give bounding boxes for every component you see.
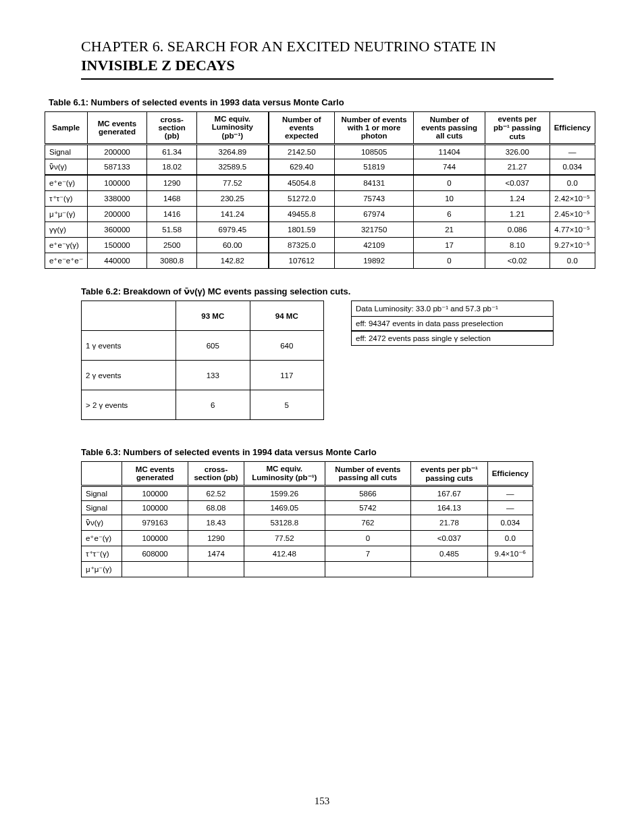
table-cell: 762 [325,515,411,531]
table-cell: 9.4×10⁻⁶ [487,546,533,562]
table-row: > 2 γ events65 [82,390,324,420]
table-cell [122,562,188,577]
table-row: Signal10000068.081469.055742164.13— [82,501,533,515]
table-cell: 0.034 [549,159,595,176]
table-cell: 608000 [122,546,188,562]
table-cell: 640 [250,331,324,361]
table-cell: 5742 [325,501,411,515]
table-6-1-title: Table 6.1: Numbers of selected events in… [49,97,595,107]
table-cell: 7 [325,546,411,562]
table-6-2-note: Data Luminosity: 33.0 pb⁻¹ and 57.3 pb⁻¹… [351,301,554,346]
table-cell: 53128.8 [244,515,325,531]
table-cell: 60.00 [197,238,269,253]
table-cell: 75743 [334,191,413,207]
table-cell: 42109 [334,238,413,253]
col-head [82,462,122,486]
table-cell: 6 [414,207,485,222]
table-cell: 5866 [325,486,411,501]
table-cell: 326.00 [485,145,549,159]
col-head: cross-section (pb) [147,112,197,145]
col-head: Number of events with 1 or more photon [334,112,413,145]
table-cell [325,562,411,577]
col-head: events per pb⁻¹ passing cuts [485,112,549,145]
table-row: e⁺e⁻(γ)100000129077.520<0.0370.0 [82,531,533,546]
table-cell: τ⁺τ⁻(γ) [45,191,88,207]
table-cell: 77.52 [244,531,325,546]
table-cell: ν̄ν(γ) [82,515,122,531]
col-head: MC equiv. Luminosity (pb⁻¹) [197,112,269,145]
table-cell: 979163 [122,515,188,531]
page-title-line1: CHAPTER 6. SEARCH FOR AN EXCITED NEUTRIN… [81,38,595,55]
table-cell: 2 γ events [82,361,176,390]
table-cell: 32589.5 [197,159,269,176]
table-cell: 18.43 [188,515,244,531]
table-row: Signal20000061.343264.892142.50108505114… [45,145,595,159]
table-row: ν̄ν(γ)97916318.4353128.876221.780.034 [82,515,533,531]
table-cell: 1.21 [485,207,549,222]
table-cell: τ⁺τ⁻(γ) [82,546,122,562]
table-cell: <0.02 [485,253,549,269]
table-cell: 1.24 [485,191,549,207]
table-cell: 84131 [334,175,413,191]
table-cell: 19892 [334,253,413,269]
table-cell: 167.67 [411,486,487,501]
table-row: 2 γ events133117 [82,361,324,390]
table-row: 1 γ events605640 [82,331,324,361]
table-cell [411,562,487,577]
table-cell: 321750 [334,222,413,238]
table-cell: e⁺e⁻γ(γ) [45,238,88,253]
table-cell: 0 [325,531,411,546]
table-cell: γγ(γ) [45,222,88,238]
table-cell: 200000 [87,145,147,159]
table-cell: 100000 [122,486,188,501]
table-cell: 21.78 [411,515,487,531]
page-number: 153 [0,796,644,807]
table-cell: 141.24 [197,207,269,222]
table-cell: 0.034 [487,515,533,531]
table-cell: e⁺e⁻e⁺e⁻ [45,253,88,269]
table-cell: 45054.8 [269,175,335,191]
table-cell: 3264.89 [197,145,269,159]
table-cell: 61.34 [147,145,197,159]
table-cell: <0.037 [411,531,487,546]
table-cell: 1290 [147,175,197,191]
table-cell [487,562,533,577]
table-cell: 8.10 [485,238,549,253]
table-cell: μ⁺μ⁻(γ) [45,207,88,222]
table-cell: 1469.05 [244,501,325,515]
table-cell: 100000 [122,531,188,546]
table-cell: Signal [82,501,122,515]
col-head: 93 MC [176,301,250,331]
table-cell: 230.25 [197,191,269,207]
header-divider [81,78,554,80]
table-cell: 164.13 [411,501,487,515]
col-head [82,301,176,331]
table-cell: e⁺e⁻(γ) [82,531,122,546]
table-cell: μ⁺μ⁻(γ) [82,562,122,577]
table-row: e⁺e⁻(γ)100000129077.5245054.8841310<0.03… [45,175,595,191]
table-cell: 51.58 [147,222,197,238]
table-row: τ⁺τ⁻(γ)3380001468230.2551272.075743101.2… [45,191,595,207]
table-cell: 68.08 [188,501,244,515]
table-6-2-title: Table 6.2: Breakdown of ν̄ν(γ) MC events… [81,286,595,296]
table-cell: 0 [414,253,485,269]
table-cell: 100000 [122,501,188,515]
table-cell: 49455.8 [269,207,335,222]
table-cell: <0.037 [485,175,549,191]
col-head: Sample [45,112,88,145]
table-cell: Signal [82,486,122,501]
table-cell: 587133 [87,159,147,176]
table-row: ν̄ν(γ)58713318.0232589.5629.405181974421… [45,159,595,176]
table-cell: 9.27×10⁻⁵ [549,238,595,253]
table-cell: 360000 [87,222,147,238]
table-row: μ⁺μ⁻(γ)2000001416141.2449455.86797461.21… [45,207,595,222]
table-cell: 51819 [334,159,413,176]
table-cell: — [487,486,533,501]
table-cell: 108505 [334,145,413,159]
table-cell: 412.48 [244,546,325,562]
col-head: Number of events expected [269,112,335,145]
table-cell: 629.40 [269,159,335,176]
table-cell: 11404 [414,145,485,159]
table-row: e⁺e⁻γ(γ)150000250060.0087325.042109178.1… [45,238,595,253]
table-cell: 744 [414,159,485,176]
